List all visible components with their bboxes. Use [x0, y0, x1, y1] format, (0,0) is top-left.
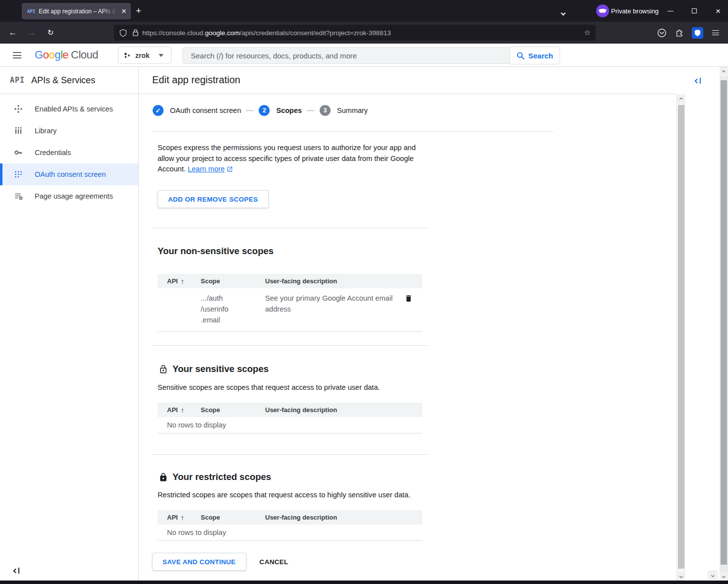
learn-more-link[interactable]: Learn more [188, 165, 225, 173]
url-bar[interactable]: https://console.cloud.google.com/apis/cr… [114, 25, 596, 41]
scroll-down-icon[interactable] [708, 570, 718, 580]
sidebar-item-oauth-consent-screen[interactable]: OAuth consent screen [0, 163, 138, 185]
table-header-row: API↑ Scope User-facing description [158, 510, 422, 525]
bitwarden-shield-icon[interactable] [691, 27, 703, 39]
window-maximize-button[interactable] [683, 0, 706, 22]
step2-circle[interactable]: 2 [259, 105, 270, 116]
sidebar-title: APIs & Services [31, 75, 95, 86]
reload-button[interactable]: ↻ [42, 22, 59, 44]
api-product-icon: API [10, 76, 25, 85]
scrollbar-thumb[interactable] [678, 105, 684, 569]
main-content: Edit app registration OAuth consent scre… [139, 67, 676, 581]
window-minimize-button[interactable] [659, 0, 682, 22]
cancel-button[interactable]: CANCEL [260, 558, 288, 566]
sidebar-collapse-icon[interactable] [14, 568, 19, 574]
step-connector [246, 110, 254, 111]
scroll-up-icon[interactable] [677, 95, 685, 104]
trash-icon [404, 294, 413, 303]
project-selector[interactable]: zrok [118, 47, 171, 64]
content-scrollbar[interactable] [676, 94, 685, 581]
lock-closed-icon [159, 473, 168, 482]
save-and-continue-button[interactable]: SAVE AND CONTINUE [152, 553, 246, 571]
firefox-menu-icon[interactable] [710, 27, 722, 39]
agreements-icon [14, 192, 23, 201]
scroll-down-icon[interactable] [677, 572, 685, 581]
column-description[interactable]: User-facing description [265, 406, 422, 414]
divider [152, 228, 428, 228]
column-description[interactable]: User-facing description [265, 514, 422, 521]
tab-close-icon[interactable]: × [121, 7, 126, 15]
project-name: zrok [135, 52, 150, 59]
scrollbar-thumb[interactable] [721, 80, 727, 565]
restricted-scopes-table: API↑ Scope User-facing description No ro… [158, 510, 422, 541]
stepper: OAuth consent screen 2 Scopes 3 Summary [153, 105, 368, 116]
sidebar-item-enabled-apis[interactable]: Enabled APIs & services [0, 98, 138, 120]
delete-scope-button[interactable] [404, 293, 422, 325]
scroll-up-icon[interactable] [720, 68, 728, 76]
tracking-shield-icon[interactable] [119, 29, 127, 37]
sensitive-scopes-table: API↑ Scope User-facing description No ro… [158, 403, 422, 433]
collapse-panel-icon[interactable] [695, 78, 701, 84]
forward-button[interactable]: → [23, 22, 41, 44]
gcp-nav-menu-icon[interactable] [13, 52, 21, 58]
sidebar-header: API APIs & Services [0, 67, 138, 94]
step2-label[interactable]: Scopes [276, 106, 302, 114]
google-cloud-logo[interactable]: GoogleCloud [35, 49, 98, 61]
window-bottom-edge [0, 581, 728, 584]
step-connector [307, 110, 315, 111]
column-scope[interactable]: Scope [201, 277, 265, 285]
sensitive-scopes-heading: Your sensitive scopes [159, 364, 269, 374]
lock-icon[interactable] [132, 29, 139, 37]
column-api[interactable]: API↑ [158, 514, 201, 522]
sidebar-item-credentials[interactable]: Credentials [0, 142, 138, 163]
add-or-remove-scopes-button[interactable]: ADD OR REMOVE SCOPES [158, 190, 269, 208]
non-sensitive-scopes-title: Your non-sensitive scopes [158, 246, 274, 257]
url-text: https://console.cloud.google.com/apis/cr… [142, 29, 391, 37]
column-scope[interactable]: Scope [201, 406, 265, 414]
step1-check-icon[interactable] [153, 105, 164, 116]
right-panel-strip [685, 67, 720, 581]
bookmark-star-icon[interactable]: ☆ [584, 28, 591, 37]
scroll-down-icon[interactable] [720, 572, 728, 581]
browser-tab[interactable]: API Edit app registration – APIs & Se × [22, 3, 131, 19]
gcp-search-input[interactable] [182, 47, 509, 64]
divider [152, 345, 428, 346]
column-scope[interactable]: Scope [201, 514, 265, 521]
back-button[interactable]: ← [4, 22, 22, 44]
private-browsing-label: Private browsing [611, 7, 659, 15]
new-tab-button[interactable]: + [136, 5, 141, 17]
browser-window: API Edit app registration – APIs & Se × … [0, 0, 728, 584]
gcp-search-button[interactable]: Search [509, 47, 560, 64]
step3-circle[interactable]: 3 [320, 105, 331, 116]
divider [152, 131, 554, 132]
project-dropdown-arrow-icon [159, 54, 164, 57]
step1-label[interactable]: OAuth consent screen [170, 106, 241, 114]
private-browsing-icon [596, 4, 609, 17]
cell-scope: .../auth /userinfo .email [201, 293, 265, 325]
sidebar-item-library[interactable]: Library [0, 120, 138, 142]
window-close-button[interactable]: × [707, 0, 728, 22]
column-api[interactable]: API↑ [158, 277, 201, 285]
key-icon [14, 148, 23, 157]
tab-favicon-api-icon: API [27, 9, 35, 14]
lock-open-icon [159, 365, 168, 374]
restricted-scopes-subtitle: Restricted scopes are scopes that reques… [158, 491, 410, 499]
column-description[interactable]: User-facing description [265, 277, 422, 285]
divider [152, 454, 428, 455]
list-all-tabs-icon[interactable] [561, 8, 565, 17]
content-header: Edit app registration [139, 67, 676, 94]
tab-title: Edit app registration – APIs & Se [39, 8, 119, 15]
pocket-icon[interactable] [656, 27, 668, 39]
column-api[interactable]: API↑ [158, 406, 201, 414]
restricted-scopes-heading: Your restricted scopes [159, 472, 271, 482]
form-footer: SAVE AND CONTINUE CANCEL [152, 553, 288, 571]
page-scrollbar[interactable] [720, 67, 728, 581]
tab-bar: API Edit app registration – APIs & Se × … [0, 0, 728, 22]
extensions-puzzle-icon[interactable] [673, 27, 685, 39]
sort-ascending-icon: ↑ [181, 406, 184, 414]
oauth-consent-icon [14, 170, 23, 179]
step3-label[interactable]: Summary [337, 106, 368, 114]
sensitive-scopes-subtitle: Sensitive scopes are scopes that request… [158, 383, 380, 391]
sidebar-item-page-usage-agreements[interactable]: Page usage agreements [0, 185, 138, 207]
cell-api [158, 293, 201, 325]
